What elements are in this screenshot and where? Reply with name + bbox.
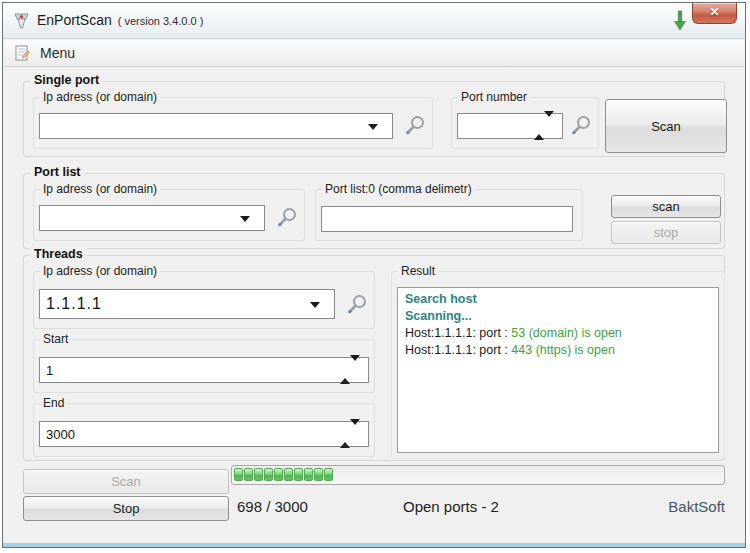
single-port-ip-label: Ip adress (or domain)	[40, 90, 160, 104]
result-label: Result	[398, 264, 438, 278]
progress-segment	[324, 468, 333, 481]
single-port-ip-input[interactable]	[40, 114, 392, 138]
port-list-stop-button[interactable]: stop	[611, 221, 721, 244]
spinner-down-icon[interactable]	[350, 419, 360, 442]
result-line: Search host	[405, 291, 711, 308]
progress-segment	[284, 468, 293, 481]
port-list-ip-combo[interactable]	[39, 205, 265, 231]
threads-stop-button[interactable]: Stop	[23, 496, 229, 521]
port-list-ports-label: Port list:0 (comma delimetr)	[322, 182, 475, 196]
title-bar: EnPortScan( version 3.4.0.0 ) ✕	[3, 3, 745, 39]
port-list-textbox[interactable]	[321, 206, 573, 232]
threads-end-spinbox[interactable]	[39, 421, 369, 447]
screen: { "window": { "title": "EnPortScan", "ve…	[0, 0, 750, 553]
progress-segment	[274, 468, 283, 481]
threads-start-label: Start	[40, 332, 71, 346]
progress-segment	[254, 468, 263, 481]
result-lines: Search hostScanning...Host:1.1.1.1: port…	[405, 291, 711, 359]
port-number-spinbox[interactable]	[457, 113, 563, 139]
search-icon[interactable]	[345, 293, 369, 317]
threads-end-input[interactable]	[40, 422, 368, 446]
threads-title: Threads	[30, 247, 87, 261]
menu-document-icon	[14, 45, 30, 62]
threads-scan-button[interactable]: Scan	[23, 469, 229, 494]
dropdown-arrow-icon[interactable]	[368, 124, 378, 130]
dropdown-arrow-icon[interactable]	[310, 302, 320, 308]
progress-segment	[294, 468, 303, 481]
progress-count: 698 / 3000	[237, 498, 308, 515]
update-down-arrow-icon[interactable]	[673, 9, 687, 33]
progress-segment	[234, 468, 243, 481]
result-line: Host:1.1.1.1: port : 53 (domain) is open	[405, 325, 711, 342]
progress-segment	[244, 468, 253, 481]
threads-start-spinbox[interactable]	[39, 357, 369, 383]
progress-segment	[264, 468, 273, 481]
result-line: Host:1.1.1.1: port : 443 (https) is open	[405, 342, 711, 359]
port-list-input[interactable]	[322, 207, 572, 231]
menu-item-menu[interactable]: Menu	[40, 45, 75, 61]
single-port-scan-button[interactable]: Scan	[605, 99, 727, 153]
single-port-title: Single port	[30, 73, 103, 87]
app-icon	[13, 12, 30, 31]
search-icon[interactable]	[569, 114, 593, 138]
threads-end-label: End	[40, 396, 67, 410]
threads-ip-combo[interactable]	[39, 289, 335, 319]
spinner-down-icon[interactable]	[350, 355, 360, 378]
spinner-down-icon[interactable]	[544, 111, 554, 134]
port-list-title: Port list	[30, 165, 85, 179]
threads-start-input[interactable]	[40, 358, 368, 382]
progress-fill	[234, 468, 334, 485]
progress-segment	[304, 468, 313, 481]
port-number-label: Port number	[458, 90, 530, 104]
menu-bar: Menu	[4, 40, 744, 67]
app-version: ( version 3.4.0.0 )	[118, 15, 204, 27]
window-title: EnPortScan( version 3.4.0.0 )	[37, 12, 203, 28]
threads-ip-input[interactable]	[40, 290, 334, 318]
progress-bar	[231, 465, 725, 485]
spinner-up-icon[interactable]	[340, 361, 350, 384]
result-line: Scanning...	[405, 308, 711, 325]
close-button[interactable]: ✕	[692, 3, 737, 24]
spinner-up-icon[interactable]	[340, 425, 350, 448]
single-port-ip-combo[interactable]	[39, 113, 393, 139]
port-list-ip-label: Ip adress (or domain)	[40, 182, 160, 196]
open-ports-count: Open ports - 2	[403, 498, 499, 515]
brand-label: BaktSoft	[583, 498, 725, 515]
port-list-scan-button[interactable]: scan	[611, 195, 721, 218]
progress-segment	[314, 468, 323, 481]
app-name: EnPortScan	[37, 12, 112, 28]
search-icon[interactable]	[403, 114, 427, 138]
threads-ip-label: Ip adress (or domain)	[40, 264, 160, 278]
app-window: EnPortScan( version 3.4.0.0 ) ✕ Menu Sin…	[2, 2, 746, 548]
spinner-buttons[interactable]	[340, 425, 360, 443]
result-output[interactable]: Search hostScanning...Host:1.1.1.1: port…	[397, 287, 719, 453]
spinner-buttons[interactable]	[340, 361, 360, 379]
search-icon[interactable]	[275, 206, 299, 230]
spinner-up-icon[interactable]	[534, 117, 544, 140]
dropdown-arrow-icon[interactable]	[240, 216, 250, 222]
spinner-buttons[interactable]	[534, 117, 554, 135]
port-list-ip-input[interactable]	[40, 206, 264, 230]
